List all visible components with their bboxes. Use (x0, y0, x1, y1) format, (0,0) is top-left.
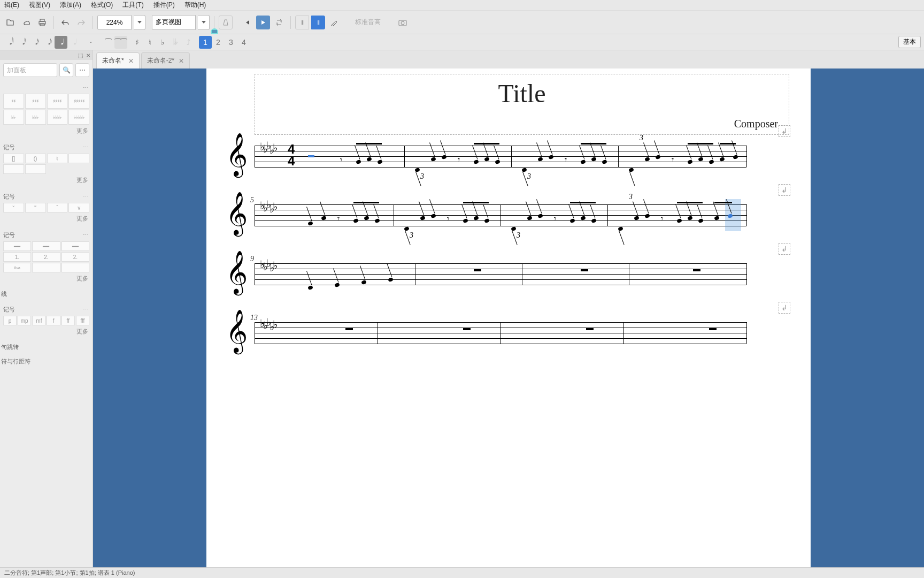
repeat-end-icon[interactable]: ⦀ (311, 16, 325, 29)
note-half-icon[interactable]: 𝅗𝅥 (67, 36, 80, 49)
tie-icon[interactable]: ⁀ (102, 36, 114, 49)
repeat-cell[interactable] (32, 263, 60, 272)
menu-tools[interactable]: 工具(T) (122, 1, 143, 10)
section-menu-icon[interactable]: ⋯ (83, 144, 89, 151)
timesig-cell[interactable]: () (25, 154, 46, 163)
accent-cell[interactable]: ˜ (25, 203, 46, 212)
keysig-cell[interactable]: ♭♭ (3, 110, 24, 125)
dynamic-cell[interactable]: p (3, 316, 17, 325)
keysig-cell[interactable]: ♭♭♭♭ (47, 110, 68, 125)
system-break-icon[interactable]: ↲ (779, 243, 790, 255)
section-jump[interactable]: 句跳转 (0, 340, 93, 354)
keysig-cell[interactable]: ♯♯ (3, 94, 24, 109)
workspace-basic-button[interactable]: 基本 (898, 36, 921, 48)
dot-icon[interactable]: · (84, 36, 97, 49)
panel-close-icon[interactable]: ✕ (86, 52, 90, 58)
view-mode-select[interactable]: 多页视图 (152, 15, 196, 30)
flat-icon[interactable]: ♭ (156, 36, 169, 49)
timesig-cell[interactable] (25, 164, 46, 174)
section-lines[interactable]: 线 (0, 287, 93, 301)
keysig-cell[interactable]: ♭♭♭ (25, 110, 46, 125)
whole-rest[interactable] (693, 269, 700, 271)
note-quarter-icon[interactable]: 𝅘𝅥 (55, 36, 67, 49)
more-link[interactable]: 更多 (3, 272, 89, 285)
repeat-cell[interactable]: 2. (61, 252, 89, 262)
voice-3-button[interactable]: 3 (225, 36, 237, 49)
keysig-cell[interactable]: ♯♯♯ (25, 94, 46, 109)
camera-icon[interactable] (396, 16, 410, 29)
dynamic-cell[interactable]: ff (61, 316, 75, 325)
flip-icon[interactable]: ⤴ (182, 36, 195, 49)
keysig-cell[interactable]: ♯♯♯♯♯ (68, 94, 89, 109)
repeat-cell[interactable]: 8va (3, 263, 31, 272)
tab-untitled-1[interactable]: 未命名*✕ (96, 52, 140, 69)
dynamic-cell[interactable]: f (47, 316, 60, 325)
staff-system-4[interactable]: 13 ↲ 𝄞 ♭♭♭♭♭ (255, 322, 789, 344)
panel-undock-icon[interactable]: ⬚ (78, 52, 83, 58)
edit-icon[interactable] (327, 16, 341, 29)
note-8th-icon[interactable]: 𝅘𝅥𝅮 (42, 36, 55, 49)
menu-plugins[interactable]: 插件(P) (153, 1, 175, 10)
whole-rest[interactable] (581, 269, 588, 271)
keysig-cell[interactable]: ♭♭♭♭♭ (68, 110, 89, 125)
note-16th-icon[interactable]: 𝅘𝅥𝅯 (29, 36, 42, 49)
staff-system-1[interactable]: ↲ 𝄞 ♭♭♭♭♭ 44 (255, 146, 789, 167)
section-menu-icon[interactable]: ⋯ (83, 232, 89, 239)
repeat-cell[interactable]: ━━ (32, 241, 60, 251)
tab-untitled-2[interactable]: 未命名-2*✕ (141, 52, 190, 69)
loop-icon[interactable] (272, 16, 286, 29)
voice-4-button[interactable]: 4 (237, 36, 250, 49)
repeat-cell[interactable]: 1. (3, 252, 31, 262)
staff-system-3[interactable]: 9 ↲ 𝄞 ♭♭♭♭♭ (255, 263, 789, 285)
timesig-cell[interactable]: ♮ (47, 154, 68, 163)
score-canvas[interactable]: Title Composer ↲ 𝄞 ♭♭♭♭♭ 44 (93, 69, 924, 567)
zoom-dropdown[interactable] (134, 15, 145, 30)
menu-add[interactable]: 添加(A) (60, 1, 81, 10)
menu-edit[interactable]: 辑(E) (4, 1, 19, 10)
pitch-standard-label[interactable]: 标准音高 (355, 18, 381, 27)
system-break-icon[interactable]: ↲ (779, 302, 790, 314)
slur-icon[interactable]: ⁀⁀ (114, 36, 127, 49)
more-link[interactable]: 更多 (3, 325, 89, 338)
natural-icon[interactable]: ♮ (143, 36, 156, 49)
section-menu-icon[interactable]: ⋯ (83, 85, 89, 92)
repeat-cell[interactable]: ━━ (3, 241, 31, 251)
system-break-icon[interactable]: ↲ (779, 184, 790, 196)
menu-help[interactable]: 帮助(H) (184, 1, 206, 10)
accent-cell[interactable]: ˆ (47, 203, 68, 212)
redo-icon[interactable] (74, 16, 88, 29)
timesig-cell[interactable] (68, 154, 89, 163)
print-icon[interactable] (35, 16, 49, 29)
palette-menu-button[interactable]: ⋯ (75, 63, 89, 77)
title-frame[interactable]: Title Composer (255, 74, 789, 135)
repeat-cell[interactable] (61, 263, 89, 272)
more-link[interactable]: 更多 (3, 174, 89, 186)
whole-rest[interactable] (709, 328, 717, 330)
more-link[interactable]: 更多 (3, 125, 89, 137)
sharp-icon[interactable]: ♯ (130, 36, 143, 49)
palette-search-button[interactable]: 🔍 (59, 63, 73, 77)
cloud-icon[interactable] (19, 16, 33, 29)
section-breaks[interactable]: 符与行距符 (0, 354, 93, 369)
dynamic-cell[interactable]: fff (76, 316, 89, 325)
double-flat-icon[interactable]: 𝄫 (169, 36, 182, 49)
system-break-icon[interactable]: ↲ (779, 125, 790, 137)
whole-rest[interactable] (463, 328, 471, 330)
zoom-input[interactable]: 224% (97, 15, 132, 30)
voice-2-button[interactable]: 2 (212, 36, 225, 49)
voice-1-button[interactable]: 1 (199, 36, 212, 49)
staff-system-2[interactable]: 5 ↲ 𝄞 ♭♭♭♭♭ (255, 204, 789, 226)
dynamic-cell[interactable]: mf (32, 316, 45, 325)
whole-rest[interactable] (474, 269, 481, 271)
accent-cell[interactable]: ˘ (3, 203, 24, 212)
rewind-icon[interactable] (240, 16, 254, 29)
close-icon[interactable]: ✕ (179, 57, 184, 65)
menu-format[interactable]: 格式(O) (91, 1, 113, 10)
accent-cell[interactable]: v (68, 203, 89, 212)
dynamic-cell[interactable]: mp (18, 316, 31, 325)
repeat-cell[interactable]: 2. (32, 252, 60, 262)
undo-icon[interactable] (58, 16, 72, 29)
timesig-cell[interactable] (3, 164, 24, 174)
open-icon[interactable] (3, 16, 17, 29)
palette-search-input[interactable]: 加面板 (3, 63, 57, 77)
